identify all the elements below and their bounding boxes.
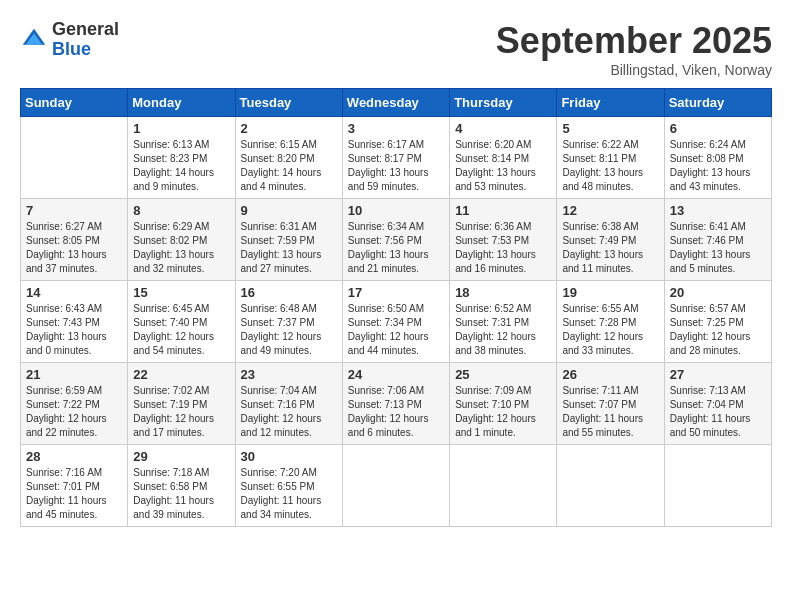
calendar-cell: 9Sunrise: 6:31 AM Sunset: 7:59 PM Daylig… [235,199,342,281]
calendar-cell: 14Sunrise: 6:43 AM Sunset: 7:43 PM Dayli… [21,281,128,363]
calendar-cell: 2Sunrise: 6:15 AM Sunset: 8:20 PM Daylig… [235,117,342,199]
day-detail: Sunrise: 6:59 AM Sunset: 7:22 PM Dayligh… [26,384,122,440]
calendar-cell: 29Sunrise: 7:18 AM Sunset: 6:58 PM Dayli… [128,445,235,527]
calendar-cell: 7Sunrise: 6:27 AM Sunset: 8:05 PM Daylig… [21,199,128,281]
day-number: 24 [348,367,444,382]
day-number: 25 [455,367,551,382]
day-detail: Sunrise: 6:34 AM Sunset: 7:56 PM Dayligh… [348,220,444,276]
day-number: 14 [26,285,122,300]
logo-general-text: General [52,19,119,39]
calendar-cell [557,445,664,527]
day-detail: Sunrise: 6:43 AM Sunset: 7:43 PM Dayligh… [26,302,122,358]
header-sunday: Sunday [21,89,128,117]
calendar-cell: 30Sunrise: 7:20 AM Sunset: 6:55 PM Dayli… [235,445,342,527]
day-number: 6 [670,121,766,136]
day-detail: Sunrise: 6:29 AM Sunset: 8:02 PM Dayligh… [133,220,229,276]
calendar-cell: 6Sunrise: 6:24 AM Sunset: 8:08 PM Daylig… [664,117,771,199]
day-detail: Sunrise: 6:15 AM Sunset: 8:20 PM Dayligh… [241,138,337,194]
day-detail: Sunrise: 6:22 AM Sunset: 8:11 PM Dayligh… [562,138,658,194]
day-detail: Sunrise: 6:55 AM Sunset: 7:28 PM Dayligh… [562,302,658,358]
day-number: 30 [241,449,337,464]
day-number: 3 [348,121,444,136]
logo: General Blue [20,20,119,60]
header-friday: Friday [557,89,664,117]
calendar-cell: 4Sunrise: 6:20 AM Sunset: 8:14 PM Daylig… [450,117,557,199]
day-number: 7 [26,203,122,218]
day-detail: Sunrise: 6:57 AM Sunset: 7:25 PM Dayligh… [670,302,766,358]
header-wednesday: Wednesday [342,89,449,117]
calendar-cell [21,117,128,199]
day-number: 9 [241,203,337,218]
calendar-cell: 8Sunrise: 6:29 AM Sunset: 8:02 PM Daylig… [128,199,235,281]
day-detail: Sunrise: 7:11 AM Sunset: 7:07 PM Dayligh… [562,384,658,440]
calendar-cell [450,445,557,527]
title-block: September 2025 Billingstad, Viken, Norwa… [496,20,772,78]
week-row-4: 21Sunrise: 6:59 AM Sunset: 7:22 PM Dayli… [21,363,772,445]
calendar-cell [664,445,771,527]
day-number: 8 [133,203,229,218]
day-detail: Sunrise: 7:09 AM Sunset: 7:10 PM Dayligh… [455,384,551,440]
week-row-3: 14Sunrise: 6:43 AM Sunset: 7:43 PM Dayli… [21,281,772,363]
day-number: 13 [670,203,766,218]
day-number: 22 [133,367,229,382]
day-number: 12 [562,203,658,218]
calendar-cell: 17Sunrise: 6:50 AM Sunset: 7:34 PM Dayli… [342,281,449,363]
day-number: 10 [348,203,444,218]
week-row-2: 7Sunrise: 6:27 AM Sunset: 8:05 PM Daylig… [21,199,772,281]
day-detail: Sunrise: 6:41 AM Sunset: 7:46 PM Dayligh… [670,220,766,276]
calendar-cell: 10Sunrise: 6:34 AM Sunset: 7:56 PM Dayli… [342,199,449,281]
day-number: 27 [670,367,766,382]
day-number: 23 [241,367,337,382]
week-row-5: 28Sunrise: 7:16 AM Sunset: 7:01 PM Dayli… [21,445,772,527]
header-thursday: Thursday [450,89,557,117]
day-number: 28 [26,449,122,464]
day-detail: Sunrise: 6:27 AM Sunset: 8:05 PM Dayligh… [26,220,122,276]
day-detail: Sunrise: 7:20 AM Sunset: 6:55 PM Dayligh… [241,466,337,522]
day-detail: Sunrise: 6:24 AM Sunset: 8:08 PM Dayligh… [670,138,766,194]
day-number: 20 [670,285,766,300]
calendar-cell: 15Sunrise: 6:45 AM Sunset: 7:40 PM Dayli… [128,281,235,363]
day-detail: Sunrise: 6:31 AM Sunset: 7:59 PM Dayligh… [241,220,337,276]
day-number: 1 [133,121,229,136]
header-row: SundayMondayTuesdayWednesdayThursdayFrid… [21,89,772,117]
day-detail: Sunrise: 6:17 AM Sunset: 8:17 PM Dayligh… [348,138,444,194]
day-detail: Sunrise: 7:02 AM Sunset: 7:19 PM Dayligh… [133,384,229,440]
day-number: 11 [455,203,551,218]
day-number: 15 [133,285,229,300]
day-detail: Sunrise: 7:04 AM Sunset: 7:16 PM Dayligh… [241,384,337,440]
header-saturday: Saturday [664,89,771,117]
calendar-cell: 20Sunrise: 6:57 AM Sunset: 7:25 PM Dayli… [664,281,771,363]
day-detail: Sunrise: 7:16 AM Sunset: 7:01 PM Dayligh… [26,466,122,522]
calendar-cell: 25Sunrise: 7:09 AM Sunset: 7:10 PM Dayli… [450,363,557,445]
day-number: 4 [455,121,551,136]
day-detail: Sunrise: 6:36 AM Sunset: 7:53 PM Dayligh… [455,220,551,276]
calendar-cell: 22Sunrise: 7:02 AM Sunset: 7:19 PM Dayli… [128,363,235,445]
logo-icon [20,26,48,54]
day-detail: Sunrise: 7:18 AM Sunset: 6:58 PM Dayligh… [133,466,229,522]
day-number: 19 [562,285,658,300]
day-detail: Sunrise: 6:50 AM Sunset: 7:34 PM Dayligh… [348,302,444,358]
calendar-cell: 16Sunrise: 6:48 AM Sunset: 7:37 PM Dayli… [235,281,342,363]
calendar-cell: 3Sunrise: 6:17 AM Sunset: 8:17 PM Daylig… [342,117,449,199]
day-number: 29 [133,449,229,464]
calendar-cell: 23Sunrise: 7:04 AM Sunset: 7:16 PM Dayli… [235,363,342,445]
day-detail: Sunrise: 6:45 AM Sunset: 7:40 PM Dayligh… [133,302,229,358]
calendar-cell: 5Sunrise: 6:22 AM Sunset: 8:11 PM Daylig… [557,117,664,199]
day-detail: Sunrise: 6:38 AM Sunset: 7:49 PM Dayligh… [562,220,658,276]
calendar-cell: 27Sunrise: 7:13 AM Sunset: 7:04 PM Dayli… [664,363,771,445]
page-header: General Blue September 2025 Billingstad,… [20,20,772,78]
day-number: 17 [348,285,444,300]
day-detail: Sunrise: 7:13 AM Sunset: 7:04 PM Dayligh… [670,384,766,440]
calendar-cell: 19Sunrise: 6:55 AM Sunset: 7:28 PM Dayli… [557,281,664,363]
day-detail: Sunrise: 6:48 AM Sunset: 7:37 PM Dayligh… [241,302,337,358]
day-detail: Sunrise: 6:52 AM Sunset: 7:31 PM Dayligh… [455,302,551,358]
calendar-cell: 26Sunrise: 7:11 AM Sunset: 7:07 PM Dayli… [557,363,664,445]
day-number: 18 [455,285,551,300]
day-detail: Sunrise: 6:13 AM Sunset: 8:23 PM Dayligh… [133,138,229,194]
location: Billingstad, Viken, Norway [496,62,772,78]
day-number: 16 [241,285,337,300]
day-detail: Sunrise: 7:06 AM Sunset: 7:13 PM Dayligh… [348,384,444,440]
day-number: 21 [26,367,122,382]
calendar-cell [342,445,449,527]
month-title: September 2025 [496,20,772,62]
